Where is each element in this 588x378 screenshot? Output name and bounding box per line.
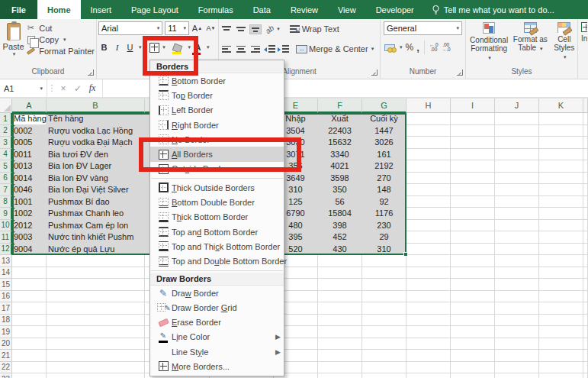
menu-item-left-border[interactable]: Left Border (150, 103, 284, 118)
cell-J23[interactable] (495, 373, 539, 378)
cell-B7[interactable]: Bia lon Đại Việt Silver (47, 184, 145, 196)
cell-K5[interactable] (539, 160, 583, 173)
cell-x20[interactable] (583, 338, 588, 351)
cell-G22[interactable] (362, 362, 406, 374)
copy-button[interactable]: Copy▾ (25, 35, 95, 44)
cell-A14[interactable] (12, 267, 47, 279)
cell-I19[interactable] (451, 326, 495, 338)
menu-item-all-borders[interactable]: All Borders (150, 147, 284, 161)
cell-x15[interactable] (583, 279, 588, 291)
cell-B9[interactable]: Pushmax Chanh leo (47, 208, 145, 220)
cell-H14[interactable] (406, 267, 451, 279)
cell-x22[interactable] (583, 362, 588, 374)
cancel-button[interactable]: × (56, 83, 70, 94)
cell-K9[interactable] (539, 208, 583, 220)
cell-J1[interactable] (495, 113, 539, 125)
cell-K12[interactable] (539, 244, 583, 256)
tell-me-box[interactable]: Tell me what you want to do... (424, 0, 562, 19)
row-header-10[interactable]: 10 (0, 220, 12, 232)
cell-B17[interactable] (47, 302, 145, 315)
row-header-16[interactable]: 16 (0, 291, 12, 303)
cell-B21[interactable] (47, 350, 145, 362)
cell-K6[interactable] (539, 173, 583, 185)
col-header-I[interactable]: I (451, 99, 495, 113)
borders-dropdown-caret[interactable]: ▾ (162, 44, 165, 50)
cell-A16[interactable] (12, 291, 47, 303)
cell-I6[interactable] (451, 173, 495, 185)
cell-I13[interactable] (451, 255, 495, 267)
cell-F9[interactable]: 15804 (318, 208, 362, 220)
cell-I20[interactable] (451, 338, 495, 351)
cell-A6[interactable]: 0014 (12, 173, 47, 185)
menu-item-more-borders[interactable]: More Borders... (150, 359, 284, 373)
menu-item-line-style[interactable]: Line Style▶ (150, 344, 284, 359)
cell-x7[interactable] (583, 184, 588, 196)
menu-item-top-and-double-bottom-border[interactable]: Top and Double Bottom Border (150, 254, 284, 269)
row-header-21[interactable]: 21 (0, 350, 12, 362)
conditional-formatting-button[interactable]: ConditionalFormatting ▾ (470, 21, 508, 66)
cell-A9[interactable]: 1002 (12, 208, 47, 220)
select-all-corner[interactable] (0, 99, 12, 113)
cell-H7[interactable] (406, 184, 451, 196)
cell-H3[interactable] (406, 137, 451, 149)
cell-x10[interactable] (583, 220, 588, 232)
cell-H10[interactable] (406, 220, 451, 232)
cell-A7[interactable]: 0046 (12, 184, 47, 196)
cell-F23[interactable] (318, 373, 362, 378)
top-align-button[interactable] (220, 24, 233, 34)
cell-F2[interactable]: 22403 (318, 125, 362, 137)
bold-button[interactable]: B (98, 40, 110, 54)
cell-B23[interactable] (47, 373, 145, 378)
cell-F17[interactable] (318, 302, 362, 315)
tab-data[interactable]: Data (243, 0, 281, 19)
cell-G12[interactable]: 310 (362, 244, 406, 256)
insert-function-button[interactable]: fx (85, 82, 99, 94)
cell-A20[interactable] (12, 338, 47, 351)
row-header-6[interactable]: 6 (0, 173, 12, 185)
decrease-decimal-button[interactable]: .00→.0 (442, 43, 451, 52)
cell-H5[interactable] (406, 160, 451, 173)
cell-x3[interactable] (583, 137, 588, 149)
row-header-1[interactable]: 1 (0, 113, 12, 125)
format-as-table-button[interactable]: Format asTable ▾ (511, 21, 549, 66)
cell-J8[interactable] (495, 196, 539, 208)
cell-B22[interactable] (47, 362, 145, 374)
row-header-18[interactable]: 18 (0, 315, 12, 327)
cell-I23[interactable] (451, 373, 495, 378)
cell-H2[interactable] (406, 125, 451, 137)
cell-J20[interactable] (495, 338, 539, 351)
cell-H8[interactable] (406, 196, 451, 208)
cell-I2[interactable] (451, 125, 495, 137)
paste-button[interactable]: Paste ▾ (2, 21, 25, 66)
row-header-17[interactable]: 17 (0, 302, 12, 315)
cell-J15[interactable] (495, 279, 539, 291)
menu-item-line-color[interactable]: ✎Line Color▶ (150, 330, 284, 344)
cell-I3[interactable] (451, 137, 495, 149)
cell-K21[interactable] (539, 350, 583, 362)
cell-A23[interactable] (12, 373, 47, 378)
tab-file[interactable]: File (0, 0, 37, 19)
cell-I12[interactable] (451, 244, 495, 256)
cell-G3[interactable]: 3026 (362, 137, 406, 149)
fill-color-button[interactable] (169, 40, 185, 54)
enter-button[interactable]: ✓ (71, 83, 85, 94)
cell-I5[interactable] (451, 160, 495, 173)
cell-J2[interactable] (495, 125, 539, 137)
cell-x23[interactable] (583, 373, 588, 378)
cell-x8[interactable] (583, 196, 588, 208)
cell-K4[interactable] (539, 149, 583, 161)
cell-A4[interactable]: 0011 (12, 149, 47, 161)
cell-I8[interactable] (451, 196, 495, 208)
fill-color-caret[interactable]: ▾ (188, 44, 191, 50)
cell-A2[interactable]: 0002 (12, 125, 47, 137)
underline-button[interactable]: U (124, 40, 136, 54)
cell-G10[interactable]: 230 (362, 220, 406, 232)
cell-B1[interactable]: Tên hàng (47, 113, 145, 125)
clipboard-dialog-launcher[interactable] (88, 69, 94, 76)
cell-F16[interactable] (318, 291, 362, 303)
cell-K8[interactable] (539, 196, 583, 208)
cell-J11[interactable] (495, 231, 539, 244)
cell-F13[interactable] (318, 255, 362, 267)
cell-F1[interactable]: Xuất (318, 113, 362, 125)
paste-dropdown-caret[interactable]: ▾ (13, 51, 16, 57)
